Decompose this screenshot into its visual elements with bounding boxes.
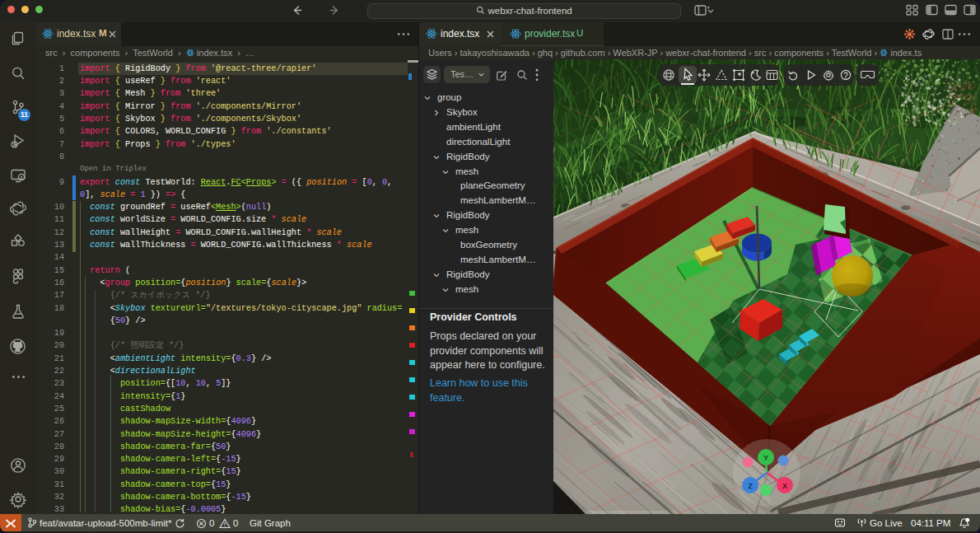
svg-text:Z: Z [748,482,753,490]
svg-text:X: X [782,482,787,490]
svg-text:Y: Y [763,454,768,462]
